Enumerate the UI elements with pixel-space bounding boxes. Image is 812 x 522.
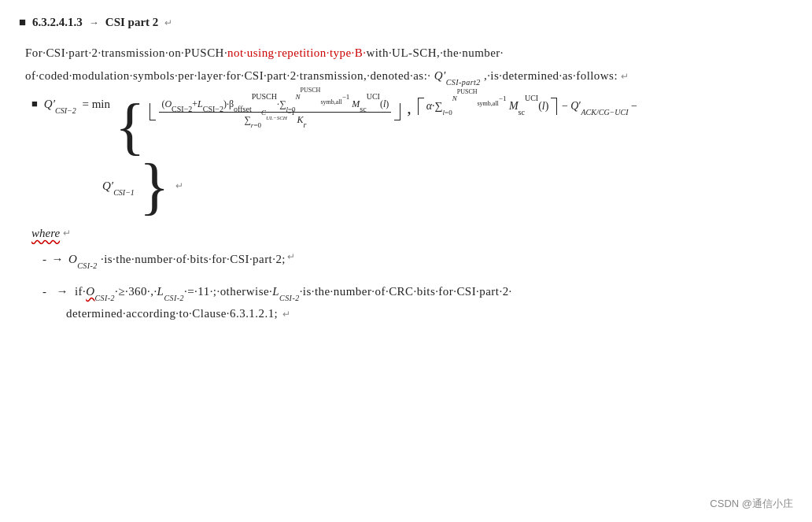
arrow-1: →	[51, 248, 63, 271]
list-item-1: - → OCSI-2 ·is·the·number·of·bits·for·CS…	[42, 248, 793, 271]
ceil-expr: α·∑l=0NPUSCHsymb,all−1 MscUCI(l) − Q′ACK…	[418, 98, 637, 115]
para-text-3: of·coded·modulation·symbols·per·layer·fo…	[25, 69, 430, 82]
formula-bullet: ■	[31, 98, 38, 110]
return-mark6: ↵	[282, 309, 290, 320]
return-mark5: ↵	[287, 248, 295, 266]
return-mark: ↵	[164, 17, 172, 29]
list-text-2: if·OCSI-2·≥·360·,·LCSI-2·=·11·;·otherwis…	[75, 280, 512, 303]
list-item-2: - → if·OCSI-2·≥·360·,·LCSI-2·=·11·;·othe…	[42, 280, 793, 325]
return-mark4: ↵	[63, 228, 71, 239]
arrow-2: →	[56, 280, 68, 303]
section-title: CSI part 2	[105, 16, 159, 29]
list-text-1: ·is·the·number·of·bits·for·CSI·part·2;	[98, 248, 286, 271]
where-section: where ↵	[31, 227, 793, 240]
fraction-expr: (OCSI−2+LCSI−2)·βoffsetPUSCH·∑l=0NPUSCHs…	[159, 98, 391, 127]
para-text-4: ,·is·determined·as·follows:	[484, 69, 618, 82]
list-item-2-row: - → if·OCSI-2·≥·360·,·LCSI-2·=·11·;·othe…	[42, 280, 793, 303]
heading-bullet: ■	[19, 16, 26, 29]
para-text-2: with·UL-SCH,·the·number·	[366, 46, 504, 59]
floor-right	[394, 103, 400, 120]
o-csi2-symbol: OCSI-2	[68, 248, 98, 271]
open-brace: {	[115, 98, 145, 154]
ceil-left	[418, 98, 424, 115]
return-mark2: ↵	[621, 71, 629, 82]
return-mark3: ↵	[175, 180, 183, 192]
where-label: where	[31, 227, 60, 240]
csdn-watermark: CSDN @通信小庄	[710, 497, 793, 511]
section-number: 6.3.2.4.1.3	[32, 16, 83, 29]
formula-block: ■ Q′CSI−2 = min { (OCSI−2+LCSI−2)·βoffse…	[31, 98, 793, 214]
q-prime-notation: Q′CSI-part2	[434, 69, 484, 82]
formula-comma: ,	[407, 98, 412, 118]
list-text-2-cont: determined·according·to·Clause·6.3.1.2.1…	[66, 302, 793, 325]
heading-arrow: →	[89, 17, 99, 29]
formula-lhs: Q′CSI−2 = min	[44, 98, 110, 111]
section-heading: ■ 6.3.2.4.1.3 → CSI part 2 ↵	[19, 16, 793, 29]
close-brace: }	[139, 157, 169, 214]
frac-denominator: ∑r=0CUL−SCH−1 Kr	[242, 113, 308, 127]
floor-left	[149, 103, 156, 120]
red-emphasis: not·using·repetition·type·B·	[227, 46, 366, 59]
formula-second-line: Q′CSI−1 } ↵	[102, 157, 793, 214]
floor-expr: (OCSI−2+LCSI−2)·βoffsetPUSCH·∑l=0NPUSCHs…	[149, 98, 400, 127]
para-text-1: For·CSI·part·2·transmission·on·PUSCH·	[25, 46, 227, 59]
dash-1: -	[42, 248, 46, 271]
intro-paragraph: For·CSI·part·2·transmission·on·PUSCH·not…	[25, 42, 793, 87]
ceil-right	[551, 98, 557, 115]
dash-2: -	[42, 280, 46, 303]
